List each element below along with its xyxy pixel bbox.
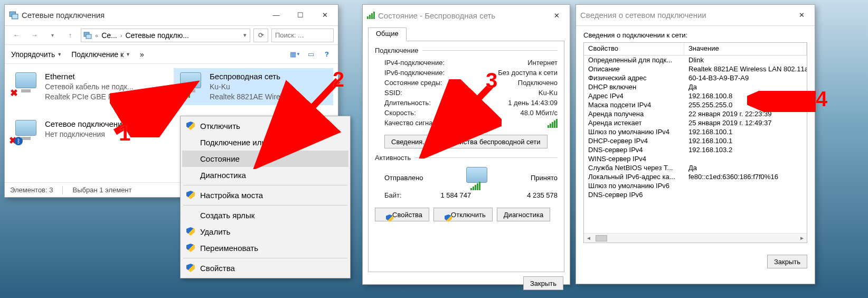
- ctx-connect-disconnect[interactable]: Подключение или отключение: [182, 134, 348, 151]
- breadcrumb-leaf[interactable]: Сетевые подклю...: [125, 31, 189, 40]
- status-key: Качество сигнала:: [384, 119, 442, 129]
- refresh-button[interactable]: ⟳: [253, 29, 268, 42]
- status-row: Длительность:1 день 14:43:09: [375, 98, 558, 108]
- wifi-icon: [178, 71, 205, 97]
- breadcrumb-root[interactable]: Се...: [101, 31, 117, 40]
- table-row[interactable]: WINS-сервер IPv4: [584, 154, 807, 163]
- table-row[interactable]: DHCP включенДа: [584, 82, 807, 91]
- value-cell: Dlink: [684, 56, 807, 64]
- connection-device: Realtek 8821AE Wireless ...: [210, 92, 301, 102]
- wireless-properties-button[interactable]: Свойства беспроводной сети: [440, 135, 547, 148]
- value-cell: 25 января 2019 г. 12:49:37: [684, 119, 807, 127]
- ctx-diagnose[interactable]: Диагностика: [182, 167, 348, 183]
- toolbar-overflow[interactable]: »: [140, 50, 144, 59]
- annotation-number-2: 2: [333, 68, 344, 91]
- close-button[interactable]: ✕: [544, 7, 569, 23]
- table-row[interactable]: Аренда истекает25 января 2019 г. 12:49:3…: [584, 118, 807, 127]
- close-dialog-button[interactable]: Закрыть: [523, 276, 563, 290]
- table-row[interactable]: DNS-сервер IPv4192.168.103.2: [584, 145, 807, 154]
- ctx-delete[interactable]: Удалить: [182, 224, 348, 240]
- horizontal-scrollbar[interactable]: ◄ ►: [584, 233, 807, 243]
- property-cell: Локальный IPv6-адрес ка...: [584, 173, 684, 181]
- table-row[interactable]: Шлюз по умолчанию IPv4192.168.100.1: [584, 127, 807, 136]
- connection-status: Сетевой кабель не подк...: [45, 82, 138, 92]
- minimize-button[interactable]: —: [264, 7, 288, 23]
- table-row[interactable]: Аренда получена22 января 2019 г. 22:23:3…: [584, 109, 807, 118]
- connection-item-bluetooth[interactable]: ✖ᛒ Сетевое подключение Bluetooth Нет под…: [9, 116, 168, 147]
- table-row[interactable]: Служба NetBIOS через T...Да: [584, 163, 807, 172]
- close-dialog-button[interactable]: Закрыть: [767, 255, 807, 268]
- titlebar[interactable]: Сведения о сетевом подключении ✕: [576, 5, 815, 26]
- status-row: Скорость:48.0 Мбит/с: [375, 108, 558, 118]
- forward-button[interactable]: →: [27, 29, 42, 42]
- connect-menu[interactable]: Подключение к▼: [71, 50, 130, 59]
- scroll-left-icon[interactable]: ◄: [584, 235, 593, 241]
- view-icons-button[interactable]: ▦▼: [290, 50, 300, 59]
- ctx-properties[interactable]: Свойства: [182, 260, 348, 276]
- ctx-disable[interactable]: Отключить: [182, 118, 348, 134]
- connection-details-window: Сведения о сетевом подключении ✕ Сведени…: [575, 4, 815, 284]
- maximize-button[interactable]: ☐: [288, 7, 313, 23]
- table-row[interactable]: DHCP-сервер IPv4192.168.100.1: [584, 136, 807, 145]
- property-cell: WINS-сервер IPv4: [584, 155, 684, 163]
- connection-name: Ethernet: [45, 71, 138, 82]
- nav-bar: ← → ▾ ↑ « Се... › Сетевые подклю... ▾ ⟳: [5, 26, 338, 45]
- network-icon: [9, 11, 18, 20]
- details-pane-button[interactable]: ▭: [306, 50, 316, 59]
- table-row[interactable]: Физический адрес60-14-B3-A9-B7-A9: [584, 73, 807, 82]
- annotation-number-4: 4: [816, 87, 827, 111]
- ctx-rename[interactable]: Переименовать: [182, 240, 348, 256]
- table-row[interactable]: DNS-сервер IPv6: [584, 190, 807, 199]
- connection-item-wifi[interactable]: Беспроводная сеть Ku-Ku Realtek 8821AE W…: [174, 68, 333, 105]
- address-bar[interactable]: « Се... › Сетевые подклю... ▾: [81, 29, 250, 42]
- table-row[interactable]: Определенный для подк...Dlink: [584, 55, 807, 64]
- ctx-status[interactable]: Состояние: [182, 151, 348, 167]
- shield-icon: [186, 227, 195, 236]
- titlebar[interactable]: Состояние - Беспроводная сеть ✕: [363, 5, 570, 26]
- recent-dropdown[interactable]: ▾: [45, 29, 60, 42]
- close-button[interactable]: ✕: [789, 7, 814, 23]
- signal-bars-icon: [548, 119, 558, 128]
- table-row[interactable]: Локальный IPv6-адрес ка...fe80::c1ed:636…: [584, 172, 807, 181]
- context-menu: Отключить Подключение или отключение Сос…: [180, 116, 351, 278]
- connection-device: Нет подключения: [45, 129, 162, 139]
- close-button[interactable]: ✕: [313, 7, 337, 23]
- details-button[interactable]: Сведения...: [384, 135, 435, 148]
- disable-button[interactable]: Отключить: [433, 208, 493, 221]
- signal-icon: [367, 12, 375, 19]
- back-button[interactable]: ←: [9, 29, 24, 42]
- col-property[interactable]: Свойство: [584, 43, 684, 55]
- property-cell: Служба NetBIOS через T...: [584, 164, 684, 172]
- table-row[interactable]: Адрес IPv4192.168.100.8: [584, 91, 807, 100]
- col-value[interactable]: Значение: [684, 43, 807, 55]
- connection-item-ethernet[interactable]: ✖ Ethernet Сетевой кабель не подк... Rea…: [9, 68, 168, 105]
- tab-general[interactable]: Общие: [368, 27, 407, 41]
- value-cell: Да: [684, 164, 807, 172]
- search-input[interactable]: [271, 29, 334, 42]
- ctx-shortcut[interactable]: Создать ярлык: [182, 207, 348, 224]
- recv-label: Принято: [531, 174, 558, 182]
- table-row[interactable]: Маска подсети IPv4255.255.255.0: [584, 100, 807, 109]
- properties-button[interactable]: Свойства: [375, 208, 429, 221]
- wifi-status-window: Состояние - Беспроводная сеть ✕ Общие По…: [362, 4, 570, 285]
- window-title: Сведения о сетевом подключении: [580, 11, 789, 20]
- table-row[interactable]: Шлюз по умолчанию IPv6: [584, 181, 807, 190]
- status-key: Длительность:: [384, 99, 431, 107]
- scroll-right-icon[interactable]: ►: [797, 235, 807, 241]
- titlebar[interactable]: Сетевые подключения — ☐ ✕: [5, 5, 338, 26]
- chevron-down-icon[interactable]: ▾: [242, 32, 248, 39]
- ethernet-icon: ✖: [13, 71, 41, 97]
- status-key: Скорость:: [384, 109, 416, 117]
- sort-menu[interactable]: Упорядочить▼: [11, 50, 62, 59]
- status-value: Подключено: [518, 79, 558, 87]
- table-row[interactable]: ОписаниеRealtek 8821AE Wireless LAN 802.…: [584, 64, 807, 73]
- value-cell: 60-14-B3-A9-B7-A9: [684, 74, 807, 82]
- diagnose-button[interactable]: Диагностика: [497, 208, 550, 221]
- shield-icon: [186, 244, 195, 252]
- help-button[interactable]: ?: [322, 50, 332, 59]
- up-button[interactable]: ↑: [63, 29, 78, 42]
- scroll-thumb[interactable]: [596, 235, 607, 241]
- annotation-number-3: 3: [486, 69, 497, 92]
- status-key: Состояние среды:: [384, 79, 442, 87]
- ctx-bridge[interactable]: Настройка моста: [182, 187, 348, 203]
